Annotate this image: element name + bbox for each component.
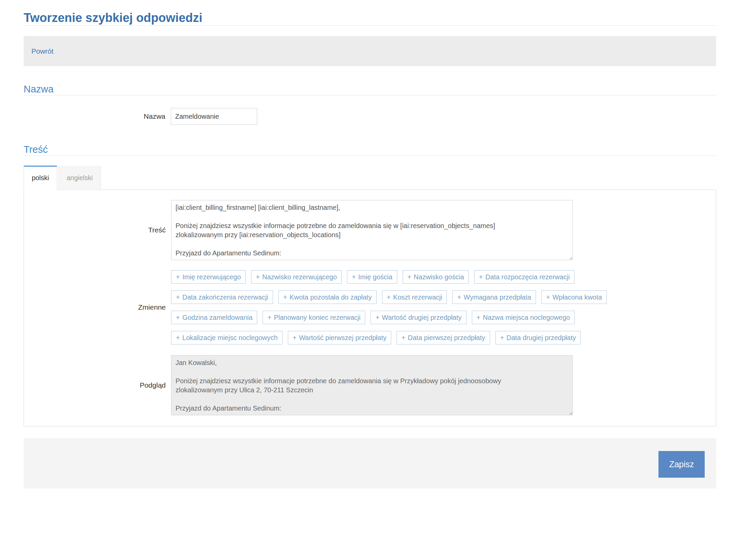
variable-button-label: Wpłacona kwota [552,293,602,301]
plus-icon: + [407,273,411,281]
page: Tworzenie szybkiej odpowiedzi Powrót Naz… [24,10,716,488]
section-heading-content: Treść [24,143,716,156]
variable-button[interactable]: +Imię rezerwującego [171,270,246,284]
variable-button-label: Lokalizacje miejsc noclegowych [182,334,277,342]
plus-icon: + [176,273,180,281]
plus-icon: + [546,293,550,301]
plus-icon: + [401,334,405,342]
back-link[interactable]: Powrót [31,47,53,55]
save-button[interactable]: Zapisz [658,451,705,478]
variable-button[interactable]: +Data zakończenia rezerwacji [171,290,273,304]
variables-row-2: +Data zakończenia rezerwacji +Kwota pozo… [171,290,607,304]
variable-button[interactable]: +Wartość drugiej przedpłaty [371,311,466,324]
language-tabs: polski angielski [24,166,716,190]
variable-button[interactable]: +Data rozpoczęcia rezerwacji [474,270,574,284]
plus-icon: + [176,334,180,342]
tab-polski[interactable]: polski [24,166,57,190]
plus-icon: + [267,313,271,321]
variable-button-label: Nazwisko rezerwującego [262,273,337,281]
plus-icon: + [283,293,287,301]
section-heading-name: Nazwa [24,83,716,95]
name-input[interactable] [171,108,257,125]
variable-button-label: Imię rezerwującego [182,273,241,281]
variable-button-label: Wartość drugiej przedpłaty [382,314,462,321]
variables-label: Zmienne [24,303,171,311]
variable-button[interactable]: +Koszt rezerwacji [382,290,447,304]
variables-row-4: +Lokalizacje miejsc noclegowych +Wartość… [171,331,607,344]
variable-button[interactable]: +Data pierwszej przedpłaty [397,331,490,344]
variable-button[interactable]: +Nazwisko rezerwującego [251,270,342,284]
variables-list: +Imię rezerwującego +Nazwisko rezerwując… [171,270,607,344]
variable-button[interactable]: +Data drugiej przedpłaty [495,331,581,344]
variable-button[interactable]: +Nazwisko gościa [403,270,469,284]
separator [24,156,716,156]
plus-icon: + [457,293,461,301]
variable-button[interactable]: +Wartość pierwszej przedpłaty [288,331,392,344]
tab-content-panel: Treść [iai:client_billing_firstname] [ia… [24,190,716,426]
separator [24,95,716,95]
tab-angielski[interactable]: angielski [58,166,101,190]
name-field-label: Nazwa [24,112,171,120]
toolbar: Powrót [24,36,716,66]
variable-button[interactable]: +Imię gościa [347,270,397,284]
variable-button-label: Nazwa miejsca noclegowego [483,314,570,321]
page-title: Tworzenie szybkiej odpowiedzi [24,10,716,25]
preview-textarea[interactable]: Jan Kowalski, Poniżej znajdziesz wszystk… [171,355,573,415]
plus-icon: + [387,293,391,301]
variables-row: Zmienne +Imię rezerwującego +Nazwisko re… [24,270,716,344]
plus-icon: + [477,313,481,321]
preview-row: Podgląd Jan Kowalski, Poniżej znajdziesz… [24,355,716,415]
variable-button-label: Koszt rezerwacji [393,293,442,301]
content-field-label: Treść [24,226,171,234]
variable-button[interactable]: +Wymagana przedpłata [452,290,536,304]
plus-icon: + [176,293,180,301]
plus-icon: + [176,313,180,321]
variable-button-label: Data pierwszej przedpłaty [408,334,485,342]
preview-label: Podgląd [24,381,171,389]
plus-icon: + [352,273,356,281]
variable-button-label: Wartość pierwszej przedpłaty [299,334,386,342]
variable-button[interactable]: +Kwota pozostała do zapłaty [278,290,377,304]
content-textarea[interactable]: [iai:client_billing_firstname] [iai:clie… [171,200,573,260]
separator [24,25,716,26]
variable-button-label: Planowany koniec rezerwacji [274,314,360,321]
variables-row-3: +Godzina zameldowania +Planowany koniec … [171,311,607,324]
variable-button[interactable]: +Nazwa miejsca noclegowego [472,311,575,324]
variable-button-label: Data zakończenia rezerwacji [182,293,268,301]
plus-icon: + [500,334,504,342]
variable-button[interactable]: +Godzina zameldowania [171,311,257,324]
variable-button-label: Nazwisko gościa [414,273,464,281]
variable-button[interactable]: +Planowany koniec rezerwacji [263,311,365,324]
variable-button-label: Data drugiej przedpłaty [507,334,576,342]
variable-button-label: Data rozpoczęcia rezerwacji [485,273,570,281]
name-field-row: Nazwa [24,108,716,125]
footer-bar: Zapisz [24,439,716,488]
plus-icon: + [256,273,260,281]
variable-button-label: Wymagana przedpłata [464,293,531,301]
plus-icon: + [479,273,483,281]
variable-button[interactable]: +Wpłacona kwota [541,290,607,304]
variable-button-label: Godzina zameldowania [182,314,252,321]
variable-button[interactable]: +Lokalizacje miejsc noclegowych [171,331,282,344]
plus-icon: + [375,313,379,321]
variable-button-label: Kwota pozostała do zapłaty [290,293,372,301]
plus-icon: + [293,334,297,342]
content-field-row: Treść [iai:client_billing_firstname] [ia… [24,200,716,260]
variables-row-1: +Imię rezerwującego +Nazwisko rezerwując… [171,270,607,284]
variable-button-label: Imię gościa [358,273,392,281]
